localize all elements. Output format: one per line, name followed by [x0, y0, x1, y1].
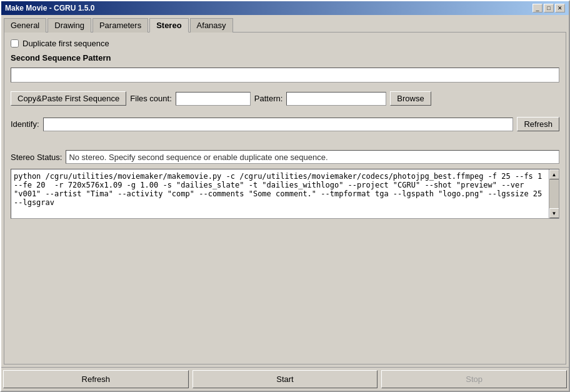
bottom-start-button[interactable]: Start: [192, 370, 378, 388]
scroll-track[interactable]: [549, 179, 559, 208]
copy-paste-button[interactable]: Copy&Paste First Sequence: [11, 91, 126, 106]
minimize-button[interactable]: _: [532, 4, 542, 13]
identify-label: Identify:: [11, 119, 39, 129]
maximize-button[interactable]: □: [544, 4, 554, 13]
stereo-status-input: [66, 150, 559, 164]
bottom-stop-button[interactable]: Stop: [381, 370, 567, 388]
browse-button[interactable]: Browse: [390, 91, 431, 106]
tabs-bar: General Drawing Parameters Stereo Afanas…: [1, 15, 569, 32]
duplicate-checkbox[interactable]: [11, 39, 19, 48]
stereo-status-row: Stereo Status:: [11, 150, 559, 164]
main-window: Make Movie - CGRU 1.5.0 _ □ ✕ General Dr…: [0, 0, 570, 392]
window-controls: _ □ ✕: [532, 4, 565, 13]
window-title: Make Movie - CGRU 1.5.0: [5, 4, 94, 13]
title-bar: Make Movie - CGRU 1.5.0 _ □ ✕: [1, 1, 569, 15]
sequence-input[interactable]: [11, 68, 559, 83]
command-textarea[interactable]: [11, 169, 549, 218]
second-sequence-title: Second Sequence Pattern: [11, 53, 559, 63]
scroll-down-button[interactable]: ▼: [549, 208, 559, 218]
pattern-input[interactable]: [286, 92, 386, 106]
command-scrollbar: ▲ ▼: [549, 169, 559, 218]
tab-stereo[interactable]: Stereo: [149, 18, 188, 33]
pattern-label: Pattern:: [254, 94, 283, 103]
files-count-label: Files count:: [130, 94, 171, 103]
tab-content-stereo: Duplicate first sequence Second Sequence…: [4, 32, 566, 364]
copy-paste-row: Copy&Paste First Sequence Files count: P…: [11, 91, 559, 106]
tab-parameters[interactable]: Parameters: [92, 18, 148, 33]
command-area: ▲ ▼: [11, 169, 559, 219]
close-button[interactable]: ✕: [555, 4, 565, 13]
tab-drawing[interactable]: Drawing: [48, 18, 91, 33]
bottom-refresh-button[interactable]: Refresh: [3, 370, 189, 388]
identify-input[interactable]: [43, 118, 514, 131]
tab-afanasy[interactable]: Afanasy: [190, 18, 233, 33]
scroll-up-button[interactable]: ▲: [549, 169, 559, 179]
identify-row: Identify: Refresh: [11, 117, 559, 131]
duplicate-checkbox-row: Duplicate first sequence: [11, 39, 559, 48]
duplicate-label: Duplicate first sequence: [22, 39, 109, 48]
bottom-buttons: Refresh Start Stop: [1, 367, 569, 391]
stereo-status-label: Stereo Status:: [11, 153, 62, 162]
files-count-input[interactable]: [176, 92, 251, 106]
refresh-identify-button[interactable]: Refresh: [517, 117, 559, 131]
tab-general[interactable]: General: [4, 18, 46, 33]
